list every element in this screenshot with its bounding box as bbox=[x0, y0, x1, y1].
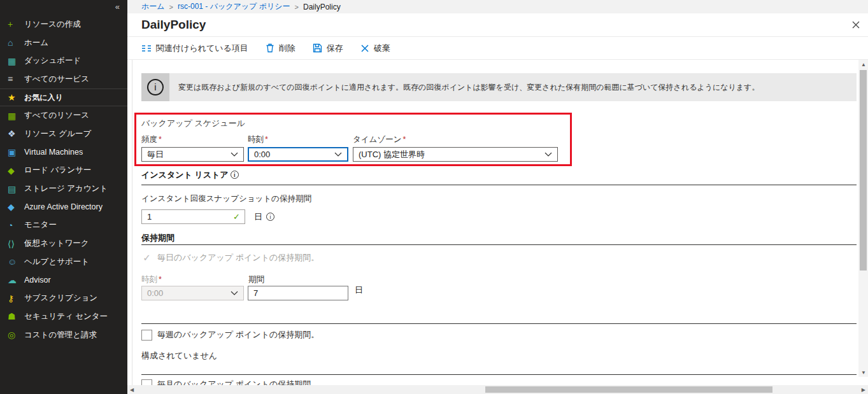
sidebar-item-label: Azure Active Directory bbox=[24, 202, 103, 211]
vertical-scrollbar-thumb[interactable] bbox=[860, 70, 867, 271]
sidebar-item-all-resources[interactable]: ▦ すべてのリソース bbox=[0, 106, 127, 125]
grid-icon: ▦ bbox=[8, 111, 24, 120]
sidebar-item-load-balancer[interactable]: ◆ ロード バランサー bbox=[0, 162, 127, 180]
network-icon: ⟨⟩ bbox=[8, 239, 24, 248]
scroll-left-arrow-icon[interactable]: ◀ bbox=[130, 387, 134, 393]
sidebar-item-label: ダッシュボード bbox=[24, 55, 81, 66]
sidebar-item-label: Virtual Machines bbox=[24, 148, 83, 157]
backup-schedule-section-title: バックアップ スケジュール bbox=[141, 118, 245, 129]
monitor-screen-icon: ▣ bbox=[8, 148, 24, 157]
sidebar-item-all-services[interactable]: ≡ すべてのサービス bbox=[0, 70, 127, 88]
info-icon bbox=[141, 73, 169, 101]
gauge-icon: ◔ bbox=[8, 221, 24, 230]
page-title: DailyPolicy bbox=[141, 18, 206, 32]
info-banner-text: 変更は既存および新規のすべての回復ポイントに適用されます。既存の回復ポイントは影… bbox=[169, 82, 768, 93]
snapshot-retention-row: ✓ 日 bbox=[141, 209, 274, 224]
associated-items-icon bbox=[141, 44, 152, 53]
weekly-retention-checkbox[interactable] bbox=[141, 330, 152, 341]
sidebar-item-label: リソース グループ bbox=[24, 129, 91, 139]
close-icon[interactable] bbox=[850, 19, 862, 31]
checked-checkbox-disabled-icon: ✓ bbox=[141, 252, 152, 264]
snapshot-retention-input[interactable] bbox=[141, 209, 245, 224]
time-dropdown[interactable]: 0:00 bbox=[248, 147, 348, 162]
chevron-down-icon bbox=[231, 291, 238, 295]
sidebar-item-subscriptions[interactable]: ⚷ サブスクリプション bbox=[0, 289, 127, 307]
monthly-retention-checkbox-row: 毎月のバックアップ ポイントの保持期間 bbox=[141, 379, 311, 385]
retention-section-title: 保持期間 bbox=[141, 232, 174, 244]
sidebar-item-resource-groups[interactable]: ❖ リソース グループ bbox=[0, 125, 127, 143]
resource-group-icon: ❖ bbox=[8, 129, 24, 138]
section-divider bbox=[141, 374, 857, 375]
sidebar-item-virtual-machines[interactable]: ▣ Virtual Machines bbox=[0, 143, 127, 162]
star-icon: ★ bbox=[8, 93, 24, 102]
sidebar-item-label: お気に入り bbox=[24, 92, 63, 103]
info-icon[interactable] bbox=[231, 171, 239, 179]
sidebar-item-label: サブスクリプション bbox=[24, 293, 97, 304]
save-icon bbox=[313, 43, 322, 53]
monthly-retention-checkbox[interactable] bbox=[141, 379, 152, 386]
breadcrumb-separator: > bbox=[169, 3, 173, 11]
scroll-down-arrow-icon[interactable]: ▼ bbox=[861, 370, 866, 376]
sidebar-item-label: Advisor bbox=[24, 276, 51, 285]
save-button[interactable]: 保存 bbox=[313, 43, 343, 54]
section-divider bbox=[141, 185, 857, 185]
sidebar-item-cost-management[interactable]: ◎ コストの管理と請求 bbox=[0, 326, 127, 344]
breadcrumb: ホーム > rsc-001 - バックアップ ポリシー > DailyPolic… bbox=[127, 0, 868, 13]
sidebar-collapse-button[interactable]: « bbox=[0, 0, 127, 14]
weekly-retention-checkbox-row: 毎週のバックアップ ポイントの保持期間。 bbox=[141, 329, 319, 341]
sidebar-item-monitor[interactable]: ◔ モニター bbox=[0, 216, 127, 235]
discard-x-icon bbox=[360, 44, 369, 53]
monthly-retention-checkbox-label: 毎月のバックアップ ポイントの保持期間 bbox=[157, 379, 311, 385]
scroll-up-arrow-icon[interactable]: ▲ bbox=[861, 62, 866, 67]
timezone-dropdown[interactable]: (UTC) 協定世界時 bbox=[353, 147, 558, 162]
blade-content: 変更は既存および新規のすべての回復ポイントに適用されます。既存の回復ポイントは影… bbox=[127, 60, 858, 385]
blade-edge-divider bbox=[132, 60, 132, 385]
cloud-icon: ☁ bbox=[8, 276, 24, 285]
sidebar-item-create-resource[interactable]: + リソースの作成 bbox=[0, 15, 127, 34]
blade-titlebar: DailyPolicy bbox=[127, 13, 868, 37]
delete-button[interactable]: 削除 bbox=[266, 43, 295, 54]
duration-input[interactable] bbox=[248, 286, 348, 300]
duration-label: 期間 bbox=[248, 274, 264, 285]
discard-button[interactable]: 破棄 bbox=[360, 43, 390, 54]
sidebar-item-dashboard[interactable]: ▦ ダッシュボード bbox=[0, 52, 127, 70]
instant-restore-section-title: インスタント リストア bbox=[141, 169, 239, 181]
sidebar-item-label: ヘルプとサポート bbox=[24, 257, 89, 267]
sidebar-item-help-support[interactable]: ☺ ヘルプとサポート bbox=[0, 253, 127, 271]
horizontal-scrollbar[interactable]: ◀ ▶ bbox=[127, 385, 868, 394]
scroll-right-arrow-icon[interactable]: ▶ bbox=[862, 387, 865, 393]
sidebar-nav: + リソースの作成 ⌂ ホーム ▦ ダッシュボード ≡ すべてのサービス ★ お… bbox=[0, 14, 127, 344]
breadcrumb-backup-policies-link[interactable]: rsc-001 - バックアップ ポリシー bbox=[178, 1, 290, 12]
cost-icon: ◎ bbox=[8, 330, 24, 339]
sidebar-item-favorites[interactable]: ★ お気に入り bbox=[0, 88, 127, 107]
sidebar-item-security-center[interactable]: ☗ セキュリティ センター bbox=[0, 307, 127, 326]
sidebar-item-label: モニター bbox=[24, 220, 57, 230]
horizontal-scrollbar-thumb[interactable] bbox=[485, 386, 772, 393]
sidebar-item-label: すべてのサービス bbox=[24, 74, 89, 85]
sidebar-item-label: ロード バランサー bbox=[24, 165, 91, 176]
breadcrumb-home-link[interactable]: ホーム bbox=[141, 1, 165, 12]
timezone-label: タイムゾーン* bbox=[353, 134, 406, 145]
sidebar-item-label: セキュリティ センター bbox=[24, 311, 108, 322]
shield-icon: ☗ bbox=[8, 312, 24, 321]
command-bar: 関連付けられている項目 削除 保存 破棄 bbox=[127, 37, 868, 60]
frequency-label: 頻度* bbox=[141, 134, 162, 145]
sidebar-item-home[interactable]: ⌂ ホーム bbox=[0, 34, 127, 52]
chevron-down-icon bbox=[334, 152, 342, 157]
associated-items-button[interactable]: 関連付けられている項目 bbox=[141, 43, 248, 54]
sidebar-item-storage-accounts[interactable]: ▤ ストレージ アカウント bbox=[0, 179, 127, 198]
info-icon[interactable] bbox=[266, 213, 274, 221]
sidebar-item-advisor[interactable]: ☁ Advisor bbox=[0, 271, 127, 290]
daily-time-dropdown: 0:00 bbox=[141, 286, 244, 300]
sidebar-item-azure-active-directory[interactable]: ◆ Azure Active Directory bbox=[0, 198, 127, 216]
list-icon: ≡ bbox=[8, 74, 24, 83]
sidebar-item-virtual-network[interactable]: ⟨⟩ 仮想ネットワーク bbox=[0, 234, 127, 253]
frequency-dropdown[interactable]: 毎日 bbox=[141, 147, 244, 162]
vertical-scrollbar[interactable]: ▲ ▼ bbox=[858, 60, 868, 377]
breadcrumb-current: DailyPolicy bbox=[303, 3, 341, 11]
sidebar-item-label: ホーム bbox=[24, 38, 48, 48]
daily-retention-checkbox-label: 毎日のバックアップ ポイントの保持期間。 bbox=[157, 252, 319, 264]
trash-icon bbox=[266, 43, 274, 53]
weekly-not-configured-status: 構成されていません bbox=[141, 350, 217, 362]
key-icon: ⚷ bbox=[8, 294, 24, 303]
